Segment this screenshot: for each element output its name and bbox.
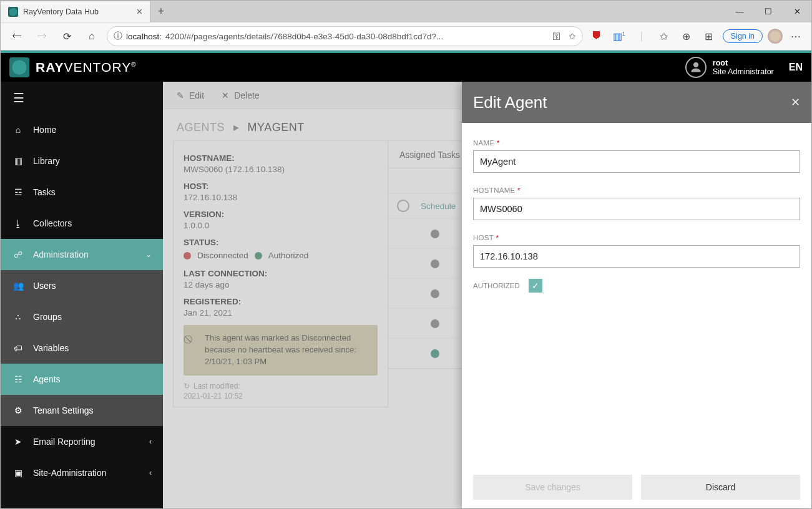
sidebar-item-tasks[interactable]: ☲Tasks [1,177,163,208]
language-switch[interactable]: EN [789,62,803,73]
tag-icon: 🏷 [12,343,24,353]
sidebar-item-email-reporting[interactable]: ➤Email Reporting‹ [1,426,163,457]
main: ✎Edit ✕Delete AGENTS ▸ MYAGENT HOSTNAME:… [163,82,811,508]
brand-logo-icon [9,57,29,77]
agents-icon: ☷ [12,374,24,384]
sidebar-item-library[interactable]: ▥Library [1,145,163,177]
sidebar: ☰ ⌂Home ▥Library ☲Tasks ⭳Collectors ☍Adm… [1,82,163,508]
site-icon: ▣ [12,468,24,478]
sidebar-item-label: Groups [33,312,62,322]
tasks-icon: ☲ [12,187,24,197]
panel-header: Edit Agent ✕ [462,82,811,123]
browser-tab[interactable]: RayVentory Data Hub × [1,1,150,22]
profile-avatar[interactable] [768,29,783,44]
favorite-icon[interactable]: ✩ [569,31,576,41]
browser-toolbar: 🡐 🡒 ⟳ ⌂ ⓘ localhost:4200/#/pages/agents/… [1,22,811,51]
chevron-left-icon: ‹ [149,468,152,477]
key-icon[interactable]: ⚿ [552,32,561,41]
close-panel-button[interactable]: ✕ [791,95,800,109]
sidebar-item-administration[interactable]: ☍Administration⌄ [1,239,163,270]
sidebar-item-label: Library [33,156,60,166]
sidebar-item-label: Tasks [33,187,56,197]
admin-icon: ☍ [12,250,24,259]
window-close-button[interactable]: ✕ [783,1,811,22]
home-icon: ⌂ [12,125,24,135]
name-input[interactable] [473,150,800,173]
user-avatar-icon[interactable] [685,57,707,78]
tab-close-icon[interactable]: × [137,6,142,17]
sidebar-item-label: Administration [33,250,89,259]
signin-button[interactable]: Sign in [723,29,763,43]
new-tab-button[interactable]: + [150,1,172,22]
sidebar-item-tenant-settings[interactable]: ⚙Tenant Settings [1,395,163,426]
separator: | [633,31,650,42]
chevron-down-icon: ⌄ [145,250,152,259]
home-button[interactable]: ⌂ [82,26,102,46]
sidebar-item-label: Site-Administration [33,468,107,478]
save-button[interactable]: Save changes [473,475,632,500]
sidebar-item-site-administration[interactable]: ▣Site-Administration‹ [1,457,163,488]
download-icon: ⭳ [12,218,24,228]
shield-icon[interactable]: ⛊ [588,31,605,42]
url-path: 4200/#/pages/agents/details/7688d0b4-e3e… [165,32,443,41]
hostname-input[interactable] [473,198,800,220]
sidebar-item-label: Users [33,281,56,291]
sidebar-item-agents[interactable]: ☷Agents [1,364,163,395]
sidebar-item-label: Home [33,125,56,135]
send-icon: ➤ [12,437,24,447]
groups-icon: ⛬ [12,312,24,322]
favicon-icon [8,7,18,17]
gear-icon: ⚙ [12,405,24,415]
sidebar-item-users[interactable]: 👥Users [1,270,163,301]
window-minimize-button[interactable]: — [725,1,754,22]
host-ip-input[interactable] [473,245,800,268]
authorized-label: AUTHORIZED [473,282,520,289]
hostname-label: HOSTNAME * [473,187,521,194]
chevron-left-icon: ‹ [149,437,152,446]
host-ip-label: HOST * [473,234,499,241]
sidebar-item-label: Variables [33,343,69,353]
sidebar-item-home[interactable]: ⌂Home [1,114,163,145]
user-role: Site Administrator [713,67,774,76]
site-info-icon[interactable]: ⓘ [114,31,122,42]
hamburger-button[interactable]: ☰ [1,82,163,114]
refresh-button[interactable]: ⟳ [57,26,77,46]
brand-bar: RAYVENTORY® root Site Administrator EN [1,51,811,82]
forward-button[interactable]: 🡒 [32,26,52,46]
sidebar-item-collectors[interactable]: ⭳Collectors [1,208,163,239]
sidebar-item-label: Collectors [33,218,72,228]
titlebar: RayVentory Data Hub × + — ☐ ✕ [1,1,811,22]
user-info[interactable]: root Site Administrator [713,59,774,77]
tab-title: RayVentory Data Hub [23,7,99,16]
sidebar-item-label: Agents [33,374,61,384]
edit-agent-panel: Edit Agent ✕ NAME * HOSTNAME * [462,82,811,508]
user-name: root [713,59,774,67]
users-icon: 👥 [12,281,24,291]
sidebar-item-variables[interactable]: 🏷Variables [1,332,163,364]
library-icon: ▥ [12,156,24,166]
collections-add-icon[interactable]: ⊕ [678,31,695,42]
collections-icon[interactable]: ▥1 [610,31,628,42]
discard-button[interactable]: Discard [641,475,800,500]
sidebar-item-label: Tenant Settings [33,405,94,415]
more-menu-button[interactable]: ⋯ [788,31,805,42]
authorized-checkbox[interactable]: ✓ [529,279,542,293]
address-bar[interactable]: ⓘ localhost:4200/#/pages/agents/details/… [107,26,583,46]
sidebar-item-label: Email Reporting [33,437,95,447]
url-host: localhost: [126,32,162,41]
brand-name: RAYVENTORY® [36,60,137,75]
name-label: NAME * [473,139,500,147]
extensions-icon[interactable]: ⊞ [700,31,718,42]
back-button[interactable]: 🡐 [7,26,27,46]
window-maximize-button[interactable]: ☐ [754,1,783,22]
favorites-star-icon[interactable]: ✩ [655,31,673,42]
panel-title: Edit Agent [473,93,547,112]
sidebar-item-groups[interactable]: ⛬Groups [1,301,163,332]
